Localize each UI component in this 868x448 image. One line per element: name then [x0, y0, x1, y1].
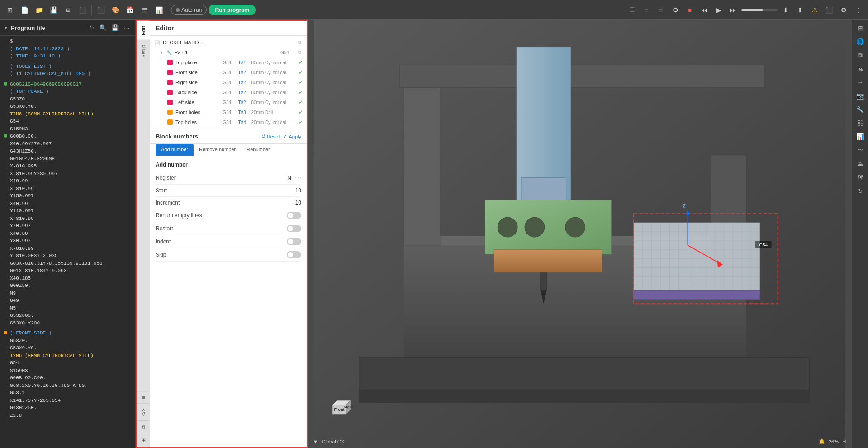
- grid-icon[interactable]: ⊞: [4, 4, 16, 16]
- viewport[interactable]: G54 Z Front Right: [308, 20, 852, 448]
- layers-icon[interactable]: ⧉: [854, 49, 867, 62]
- save-icon[interactable]: 💾: [47, 4, 60, 16]
- tree-front-holes[interactable]: Front holes G54 T#3 20mm Drill ✓: [150, 107, 307, 117]
- tool-icon[interactable]: 🔧: [854, 103, 867, 116]
- gear-icon[interactable]: ⚙: [837, 4, 850, 16]
- auto-run-button[interactable]: Auto run: [171, 5, 207, 15]
- code-line-x40: X40.99Y270.997: [4, 140, 132, 148]
- svg-text:Front: Front: [334, 407, 345, 412]
- copy-part-icon[interactable]: ⧉: [296, 49, 303, 56]
- op-check-6[interactable]: ✓: [299, 119, 303, 125]
- svg-rect-48: [359, 358, 810, 394]
- code-line-g43: G43H1Z50.: [4, 148, 132, 155]
- tree-machine[interactable]: 📄 DECKEL MAHO ... ⧉: [150, 38, 307, 48]
- settings-icon[interactable]: ⚙: [669, 4, 682, 16]
- tab-setup[interactable]: Setup: [137, 40, 150, 62]
- toolbar-right: ☰ ≡ ≡ ⚙ ■ ⏮ ▶ ⏭ ⬇ ⬆ ⚠ ⬛ ⚙ ⋮: [626, 4, 864, 16]
- save-small-icon[interactable]: 💾: [110, 23, 120, 33]
- calendar-icon[interactable]: 📅: [123, 4, 136, 16]
- tree-back-side[interactable]: Back side G54 T#2 80mm Cylindrical... ✓: [150, 87, 307, 97]
- tree-top-holes[interactable]: Top holes G54 T#4 20mm Cylindrical... ✓: [150, 117, 307, 127]
- tab-add-number[interactable]: Add number: [156, 144, 194, 156]
- notification-icon[interactable]: ⚠: [808, 4, 821, 16]
- stop-icon[interactable]: ■: [683, 4, 696, 16]
- share-icon[interactable]: ⬛: [823, 4, 835, 16]
- renum-label: Renum empty lines: [156, 212, 283, 219]
- terrain-icon[interactable]: ⛰: [854, 157, 867, 170]
- color-icon[interactable]: 🎨: [109, 4, 122, 16]
- copy-icon[interactable]: ⧉: [62, 4, 74, 16]
- side-icon-list[interactable]: ≡: [137, 391, 150, 404]
- rotate-icon[interactable]: ↻: [854, 185, 867, 197]
- op-check-1[interactable]: ✓: [299, 69, 303, 76]
- list-icon[interactable]: ≡: [640, 4, 653, 16]
- code-line-g00: G00G21G40G49G69G80G90G17: [4, 81, 132, 88]
- expand-icon[interactable]: ⊞: [854, 22, 867, 34]
- more-options-icon[interactable]: ⋯: [122, 23, 132, 33]
- tree-left-side[interactable]: Left side G54 T#2 80mm Cylindrical... ✓: [150, 97, 307, 107]
- reset-button[interactable]: ↺ Reset: [261, 133, 280, 139]
- play-icon[interactable]: ▶: [712, 4, 725, 16]
- tree-part1[interactable]: ▼ 🔧 Part 1 G54 ⧉: [150, 48, 307, 57]
- side-icon-settings[interactable]: ⊞: [137, 434, 150, 447]
- code-area[interactable]: $ ( DATE: 14.11.2023 ) ( TIME: 9:31:10 )…: [0, 36, 135, 448]
- upload-icon[interactable]: ⬆: [794, 4, 806, 16]
- menu-icon[interactable]: ☰: [626, 4, 638, 16]
- code-line-y30: Y30.997: [4, 237, 132, 245]
- export-icon[interactable]: ⬛: [76, 4, 89, 16]
- side-icon-code[interactable]: </>: [137, 404, 150, 420]
- side-icon-copy[interactable]: ⧉: [137, 420, 150, 434]
- op-label-2: Right side: [175, 80, 221, 85]
- op-check-3[interactable]: ✓: [299, 89, 303, 95]
- more-icon[interactable]: ⋮: [852, 4, 864, 16]
- renum-toggle[interactable]: [287, 212, 301, 219]
- restart-toggle[interactable]: [287, 225, 301, 232]
- skip-back-icon[interactable]: ⏮: [698, 4, 711, 16]
- chart-right-icon[interactable]: 📊: [854, 130, 867, 143]
- copy-tree-icon[interactable]: ⧉: [296, 39, 303, 46]
- refresh-icon[interactable]: ↻: [86, 23, 96, 33]
- map-icon[interactable]: 🗺: [854, 171, 867, 184]
- tree-front-side[interactable]: Front side G54 T#2 80mm Cylindrical... ✓: [150, 67, 307, 77]
- skip-knob: [288, 252, 293, 257]
- code-line-g49: G49: [4, 297, 132, 305]
- orientation-cube[interactable]: Front Right: [326, 394, 357, 425]
- camera-icon[interactable]: 📷: [854, 90, 867, 102]
- op-check-0[interactable]: ✓: [299, 59, 303, 66]
- tree-right-side[interactable]: Right side G54 T#2 80mm Cylindrical... ✓: [150, 77, 307, 87]
- highlighted-icon[interactable]: ⬛: [95, 4, 107, 16]
- table-icon[interactable]: ▦: [138, 4, 151, 16]
- mirror-icon[interactable]: ↔: [854, 76, 867, 89]
- x-810y230-text: X-810.99Y230.997: [10, 170, 58, 178]
- notification-bell[interactable]: 🔔: [819, 438, 825, 444]
- op-check-2[interactable]: ✓: [299, 79, 303, 86]
- indent-toggle[interactable]: [287, 238, 301, 245]
- apply-button[interactable]: ✓ Apply: [283, 133, 301, 139]
- tree-top-plane[interactable]: Top plane G54 T#1 80mm Cylindrical... ✓: [150, 57, 307, 67]
- wave-icon[interactable]: 〜: [854, 144, 867, 157]
- align-icon[interactable]: ≡: [655, 4, 667, 16]
- expand-arrow[interactable]: ▼: [4, 25, 8, 30]
- tab-remove-number[interactable]: Remove number: [194, 144, 241, 156]
- t1-text: ( T1 CYLINDRICAL_MILL D80 ): [10, 70, 90, 78]
- folder-icon[interactable]: 📁: [33, 4, 45, 16]
- skip-forward-icon[interactable]: ⏭: [727, 4, 740, 16]
- skip-toggle[interactable]: [287, 251, 301, 258]
- op-check-5[interactable]: ✓: [299, 109, 303, 115]
- op-check-4[interactable]: ✓: [299, 99, 303, 105]
- tab-edit[interactable]: Edit: [137, 21, 150, 40]
- download-icon[interactable]: ⬇: [779, 4, 792, 16]
- register-more-icon[interactable]: ⋯: [295, 174, 301, 181]
- op-icon-2: [166, 79, 174, 86]
- chart-icon[interactable]: 📊: [152, 4, 165, 16]
- zoom-expand[interactable]: ⊞: [842, 438, 846, 444]
- run-program-button[interactable]: Run program: [209, 5, 255, 15]
- globe-icon[interactable]: 🌐: [854, 35, 867, 48]
- file-icon[interactable]: 📄: [18, 4, 31, 16]
- machine-3d-view: G54 Z: [308, 20, 852, 448]
- search-icon[interactable]: 🔍: [98, 23, 108, 33]
- g54-2-text: G54: [10, 359, 19, 367]
- tab-renumber[interactable]: Renumber: [241, 144, 275, 156]
- link-icon[interactable]: ⛓: [854, 117, 867, 129]
- print-icon[interactable]: 🖨: [854, 62, 867, 75]
